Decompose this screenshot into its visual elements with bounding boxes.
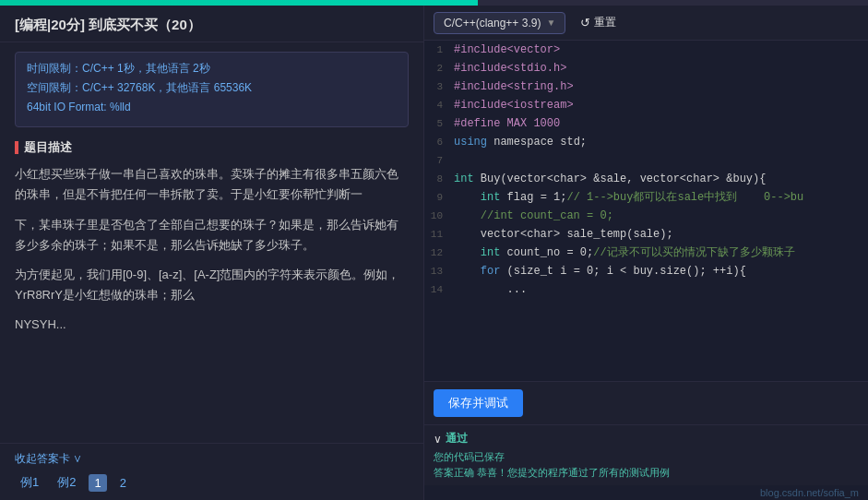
problem-description-p4: NYSYH... <box>15 315 409 335</box>
tab-example-2[interactable]: 例2 <box>52 472 81 493</box>
watermark: blog.csdn.net/sofia_m <box>424 485 868 500</box>
tab-example-1[interactable]: 例1 <box>15 472 44 493</box>
code-line-11: 11 vector<char> sale_temp(sale); <box>424 225 868 244</box>
space-limit: 空间限制：C/C++ 32768K，其他语言 65536K <box>27 79 397 97</box>
result-toggle[interactable]: ∨ 通过 <box>434 431 859 446</box>
code-line-5: 5 #define MAX 1000 <box>424 114 868 133</box>
code-line-10: 10 //int count_can = 0; <box>424 207 868 225</box>
io-format: 64bit IO Format: %lld <box>27 99 397 116</box>
result-pass-label: 通过 <box>446 431 468 446</box>
reset-button[interactable]: ↺ 重置 <box>573 11 624 34</box>
code-line-9: 9 int flag = 1;// 1-->buy都可以在sale中找到 0--… <box>424 188 868 207</box>
collapse-answer-btn[interactable]: 收起答案卡 ∨ <box>15 451 409 467</box>
time-limit: 时间限制：C/C++ 1秒，其他语言 2秒 <box>27 60 397 77</box>
problem-description-p2: 下，某串珠子里是否包含了全部自己想要的珠子？如果是，那么告诉她有多少多余的珠子；… <box>15 215 409 256</box>
code-line-7: 7 <box>424 151 868 170</box>
code-lines: 1 #include<vector> 2 #include<stdio.h> 3… <box>424 41 868 381</box>
reset-icon: ↺ <box>580 16 590 30</box>
lang-label: C/C++(clang++ 3.9) <box>444 17 541 30</box>
left-panel: [编程|20分] 到底买不买（20） 时间限制：C/C++ 1秒，其他语言 2秒… <box>0 6 424 500</box>
reset-label: 重置 <box>594 15 616 30</box>
code-line-8: 8 int Buy(vector<char> &sale, vector<cha… <box>424 170 868 188</box>
chevron-down-icon: ∨ <box>434 433 442 446</box>
success-message: 答案正确 恭喜！您提交的程序通过了所有的测试用例 <box>434 466 859 480</box>
problem-header: [编程|20分] 到底买不买（20） <box>0 6 423 42</box>
problem-description-p1: 小红想买些珠子做一串自己喜欢的珠串。卖珠子的摊主有很多串五颜六色的珠串，但是不肯… <box>15 164 409 205</box>
code-line-3: 3 #include<string.h> <box>424 77 868 96</box>
code-editor[interactable]: 1 #include<vector> 2 #include<stdio.h> 3… <box>424 41 868 381</box>
section-description-title: 题目描述 <box>15 138 409 158</box>
language-selector[interactable]: C/C++(clang++ 3.9) ▼ <box>434 12 565 34</box>
code-line-4: 4 #include<iostream> <box>424 96 868 114</box>
right-panel: C/C++(clang++ 3.9) ▼ ↺ 重置 1 #include<vec… <box>424 6 868 500</box>
constraints-box: 时间限制：C/C++ 1秒，其他语言 2秒 空间限制：C/C++ 32768K，… <box>15 52 409 127</box>
save-debug-button[interactable]: 保存并调试 <box>434 389 523 417</box>
code-line-2: 2 #include<stdio.h> <box>424 59 868 77</box>
action-bar: 保存并调试 <box>424 381 868 424</box>
tab-2[interactable]: 2 <box>114 474 132 492</box>
tab-1[interactable]: 1 <box>89 474 106 492</box>
saved-message: 您的代码已保存 <box>434 450 859 464</box>
code-line-12: 12 int count_no = 0;//记录不可以买的情况下缺了多少颗珠子 <box>424 244 868 262</box>
bottom-bar: 收起答案卡 ∨ 例1 例2 1 2 <box>0 443 423 500</box>
example-tabs: 例1 例2 1 2 <box>15 472 409 493</box>
problem-description-p3: 为方便起见，我们用[0-9]、[a-z]、[A-Z]范围内的字符来表示颜色。例如… <box>15 265 409 305</box>
code-line-6: 6 using namespace std; <box>424 133 868 151</box>
code-line-1: 1 #include<vector> <box>424 41 868 59</box>
problem-content: 时间限制：C/C++ 1秒，其他语言 2秒 空间限制：C/C++ 32768K，… <box>0 42 423 443</box>
editor-toolbar: C/C++(clang++ 3.9) ▼ ↺ 重置 <box>424 6 868 41</box>
code-line-14: 14 ... <box>424 280 868 299</box>
result-panel: ∨ 通过 您的代码已保存 答案正确 恭喜！您提交的程序通过了所有的测试用例 <box>424 424 868 485</box>
main-layout: [编程|20分] 到底买不买（20） 时间限制：C/C++ 1秒，其他语言 2秒… <box>0 6 868 500</box>
problem-title: [编程|20分] 到底买不买（20） <box>15 17 201 32</box>
chevron-down-icon: ▼ <box>546 18 555 28</box>
code-line-13: 13 for (size_t i = 0; i < buy.size(); ++… <box>424 262 868 280</box>
